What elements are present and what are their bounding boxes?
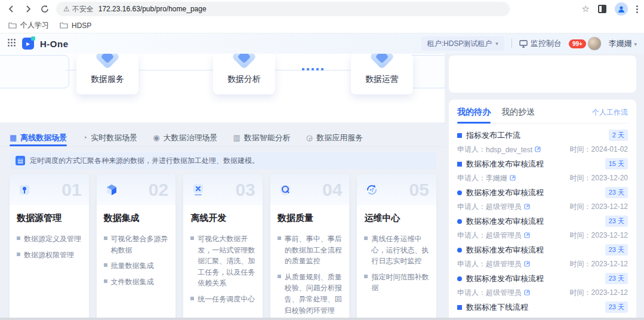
time-label: 时间： <box>570 260 591 268</box>
tab-label: 大数据治理场景 <box>164 133 218 143</box>
applicant-label: 申请人： <box>457 259 486 269</box>
personal-workbench-link[interactable]: 个人工作流 <box>592 107 628 118</box>
open-link-icon[interactable] <box>524 260 530 269</box>
hone-logo-icon[interactable]: ▸ <box>22 38 34 50</box>
applicant-name: 超级管理员 <box>486 202 522 212</box>
card-bullet: 数据源权限管理 <box>24 250 74 261</box>
header-divider <box>511 39 512 48</box>
bookmark-label: 个人学习 <box>20 20 49 30</box>
folder-icon <box>8 22 17 29</box>
todo-title: 数据标准发布审核流程 <box>466 187 601 198</box>
todo-title: 数据标准发布审核流程 <box>466 159 601 170</box>
datasource-pin-icon <box>17 182 32 198</box>
user-menu[interactable]: 李姗姗 ▾ <box>609 38 637 49</box>
governance-scene-icon: ◉ <box>153 134 159 141</box>
item-bullet <box>457 190 462 195</box>
tab-label: 数据应用服务 <box>316 133 363 143</box>
bookmark-folder-personal[interactable]: 个人学习 <box>8 20 49 30</box>
time-label: 时间： <box>570 231 591 239</box>
open-link-icon[interactable] <box>510 174 516 183</box>
card-data-integration[interactable]: 02 数据集成 可视化整合多源异构数据 批量数据集成 文件数据集成 <box>97 174 176 320</box>
tab-realtime-data[interactable]: ◔ 实时数据场景 <box>82 129 137 146</box>
card-bullet: 批量数据集成 <box>111 260 154 272</box>
card-bullet: 文件数据集成 <box>111 276 154 288</box>
bookmark-star-icon[interactable]: ☆ <box>582 4 590 14</box>
todo-title: 数据标准发布审核流程 <box>466 245 601 256</box>
todo-age-badge: 23 天 <box>605 301 628 313</box>
address-bar[interactable]: ⚠ 不安全 172.23.16.63/pub/pro/home_page <box>56 2 510 16</box>
flow-node-data-operation[interactable]: 数据运营 <box>351 54 413 94</box>
realtime-scene-icon: ◔ <box>82 134 87 141</box>
flow-node-label: 数据运营 <box>365 74 399 85</box>
applicant-name: 超级管理员 <box>486 259 522 269</box>
item-bullet <box>457 276 462 281</box>
todo-age-badge: 23 天 <box>605 273 628 284</box>
tenant-selector[interactable]: 租户:HDSP测试租户 ▾ <box>421 36 504 51</box>
todo-item[interactable]: 数据标准发布审核流程 23 天 申请人： 超级管理员 时间：2023-12-12 <box>457 273 628 301</box>
side-panel-icon[interactable] <box>598 5 606 13</box>
card-bullet: 可视化大数据开发，一站式管理数据汇聚、清洗、加工任务，以及任务依赖关系 <box>198 233 257 289</box>
item-bullet <box>457 248 462 253</box>
time-label: 时间： <box>570 288 591 297</box>
time-label: 时间： <box>570 174 591 182</box>
card-bullet: 可视化整合多源异构数据 <box>111 233 170 256</box>
chrome-profile-avatar[interactable] <box>615 2 628 16</box>
todo-title: 数据标准发布审核流程 <box>466 216 601 227</box>
card-number: 03 <box>235 180 255 200</box>
tab-label: 实时数据场景 <box>91 133 137 143</box>
todo-panel: 我的待办 我的抄送 个人工作流 指标发布工作流 2 天 申请人： hdsp_de… <box>449 100 636 320</box>
monitor-icon <box>519 40 528 48</box>
document-icon: ▤ <box>16 156 25 165</box>
scenario-tab-bar: ▦ 离线数据场景 ◔ 实时数据场景 ◉ 大数据治理场景 ▥ 数据智能分析 ◶ 数… <box>0 129 445 147</box>
card-title: 数据质量 <box>270 205 350 226</box>
chrome-menu-icon[interactable] <box>636 5 638 13</box>
tab-offline-data[interactable]: ▦ 离线数据场景 <box>10 129 67 146</box>
flow-node-label: 数据服务 <box>91 74 124 85</box>
analysis-scene-icon: ▥ <box>233 134 241 141</box>
card-number: 05 <box>409 180 429 200</box>
open-link-icon[interactable] <box>524 203 530 211</box>
tab-app-service[interactable]: ◶ 数据应用服务 <box>306 129 363 146</box>
card-bullet: 从质量规则、质量校验、问题分析报告、异常处理、回归校验闭环管理 <box>285 272 344 316</box>
open-link-icon[interactable] <box>524 289 530 297</box>
open-link-icon[interactable] <box>535 146 541 154</box>
todo-list: 指标发布工作流 2 天 申请人： hdsp_dev_test 时间：2024-0… <box>457 130 628 320</box>
bookmark-folder-hdsp[interactable]: HDSP <box>60 21 91 30</box>
item-bullet <box>457 162 462 167</box>
notification-badge[interactable]: 99+ <box>569 39 586 48</box>
app-switcher-icon[interactable] <box>7 38 16 50</box>
todo-item[interactable]: 数据标准发布审核流程 23 天 申请人： 超级管理员 时间：2023-12-12 <box>457 187 628 215</box>
applicant-label: 申请人： <box>457 173 486 183</box>
card-data-quality[interactable]: 04 数据质量 事前、事中、事后的数据加工全流程的质量监控 从质量规则、质量校验… <box>270 174 350 320</box>
service-scene-icon: ◶ <box>306 134 313 141</box>
card-ops-center[interactable]: 05 运维中心 离线任务运维中心，运行状态、执行日志实时监控 指定时间范围补数据 <box>357 174 436 320</box>
tab-intelligent-analysis[interactable]: ▥ 数据智能分析 <box>233 129 291 146</box>
todo-item[interactable]: 指标发布工作流 2 天 申请人： hdsp_dev_test 时间：2024-0… <box>457 130 628 158</box>
flow-node-data-service[interactable]: 数据服务 <box>76 54 138 94</box>
todo-item[interactable]: 数据标准发布审核流程 15 天 申请人： 李姗姗 时间：2023-12-20 <box>457 158 628 186</box>
todo-item[interactable]: 数据标准发布审核流程 23 天 申请人： 超级管理员 时间：2023-12-12 <box>457 216 628 244</box>
security-chip[interactable]: ⚠ 不安全 <box>63 4 94 14</box>
tab-data-governance[interactable]: ◉ 大数据治理场景 <box>153 129 217 146</box>
todo-item[interactable]: 数据标准发布审核流程 23 天 申请人： 超级管理员 时间：2023-12-12 <box>457 244 628 272</box>
flow-node-data-analysis[interactable]: 数据分析 <box>213 54 275 94</box>
offline-dev-icon <box>190 182 206 198</box>
tab-my-todo[interactable]: 我的待办 <box>457 107 491 118</box>
card-datasource-management[interactable]: 01 数据源管理 数据源定义及管理 数据源权限管理 <box>10 174 89 320</box>
forward-icon[interactable] <box>23 4 33 14</box>
console-button[interactable]: 监控制台 <box>519 38 562 49</box>
todo-title: 数据标准发布审核流程 <box>466 273 601 284</box>
open-link-icon[interactable] <box>524 232 530 240</box>
user-avatar[interactable] <box>587 36 602 51</box>
reload-icon[interactable] <box>39 4 50 14</box>
chevron-down-icon: ▾ <box>634 41 637 47</box>
tab-my-cc[interactable]: 我的抄送 <box>501 107 535 118</box>
bookmark-label: HDSP <box>72 21 91 30</box>
card-offline-development[interactable]: 03 离线开发 可视化大数据开发，一站式管理数据汇聚、清洗、加工任务，以及任务依… <box>183 174 263 320</box>
folder-icon <box>60 22 68 29</box>
applicant-name: 李姗姗 <box>486 173 507 183</box>
card-title: 数据源管理 <box>10 205 89 226</box>
main-content: 数据服务 数据分析 数据运营 我的待办 我的抄送 个人工作流 指标发布工作流 2… <box>0 54 644 320</box>
user-name: 李姗姗 <box>609 39 632 48</box>
back-icon[interactable] <box>6 4 17 14</box>
